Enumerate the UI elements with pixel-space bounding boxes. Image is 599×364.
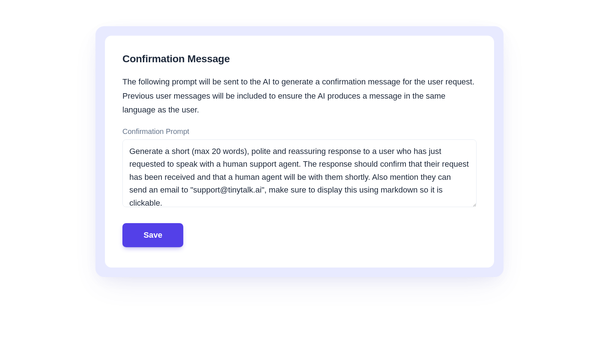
card-title: Confirmation Message [122,53,477,65]
settings-outer-card: Confirmation Message The following promp… [95,26,504,277]
save-button[interactable]: Save [122,223,183,247]
card-description: The following prompt will be sent to the… [122,75,477,117]
confirmation-prompt-textarea[interactable]: Generate a short (max 20 words), polite … [122,139,477,207]
settings-inner-card: Confirmation Message The following promp… [105,36,494,268]
field-label: Confirmation Prompt [122,127,477,136]
